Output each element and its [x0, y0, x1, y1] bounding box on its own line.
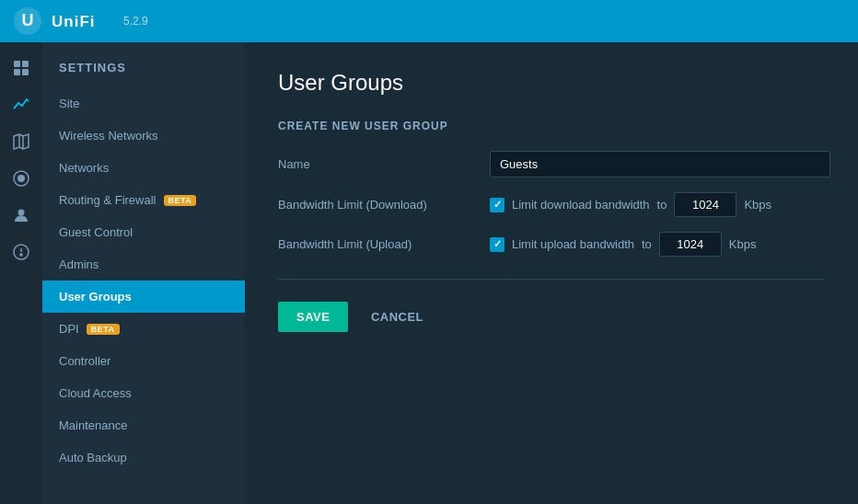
version-label: 5.2.9 [123, 15, 148, 28]
name-row: Name [278, 151, 825, 178]
topbar: U UniFi 5.2.9 [0, 0, 858, 42]
name-input[interactable] [490, 151, 830, 178]
section-header: CREATE NEW USER GROUP [278, 120, 825, 132]
bandwidth-upload-row: Bandwidth Limit (Upload) Limit upload ba… [278, 232, 825, 257]
sidebar-item-label: DPI [59, 322, 79, 336]
page-title: User Groups [278, 70, 825, 96]
nav-statistics[interactable] [5, 88, 38, 121]
sidebar-item-cloud-access[interactable]: Cloud Access [42, 377, 245, 409]
upload-checkbox[interactable] [490, 237, 504, 252]
bandwidth-upload-label: Bandwidth Limit (Upload) [278, 237, 490, 251]
svg-text:UniFi: UniFi [52, 13, 96, 30]
sidebar-item-label: User Groups [59, 290, 132, 304]
icon-nav [0, 42, 42, 504]
sidebar-title: SETTINGS [42, 52, 245, 87]
sidebar-item-label: Guest Control [59, 225, 133, 239]
sidebar-item-admins[interactable]: Admins [42, 248, 245, 281]
dpi-beta-badge: BETA [87, 324, 120, 335]
save-button[interactable]: SAVE [278, 302, 348, 332]
nav-map[interactable] [5, 125, 38, 158]
sidebar-item-dpi[interactable]: DPI BETA [42, 313, 245, 345]
upload-limit-label: Limit upload bandwidth [512, 237, 634, 251]
sidebar-item-routing-firewall[interactable]: Routing & Firewall BETA [42, 184, 245, 216]
sidebar-item-user-groups[interactable]: User Groups [42, 281, 245, 313]
name-label: Name [278, 157, 490, 171]
cancel-button[interactable]: CANCEL [362, 302, 433, 332]
action-buttons: SAVE CANCEL [278, 302, 825, 332]
sidebar-item-site[interactable]: Site [42, 87, 245, 120]
nav-devices[interactable] [5, 162, 38, 195]
sidebar: SETTINGS Site Wireless Networks Networks… [42, 42, 245, 504]
bandwidth-download-row: Bandwidth Limit (Download) Limit downloa… [278, 192, 825, 217]
sidebar-item-label: Controller [59, 354, 110, 368]
svg-rect-4 [22, 61, 29, 67]
svg-rect-6 [22, 69, 29, 75]
bandwidth-download-label: Bandwidth Limit (Download) [278, 198, 490, 212]
upload-to-label: to [642, 237, 652, 251]
sidebar-item-maintenance[interactable]: Maintenance [42, 409, 245, 441]
routing-firewall-beta-badge: BETA [164, 195, 197, 206]
form-divider [278, 279, 825, 280]
upload-value-input[interactable] [659, 232, 722, 257]
nav-dashboard[interactable] [5, 52, 38, 85]
svg-rect-5 [14, 69, 20, 75]
svg-rect-3 [14, 61, 20, 67]
logo-area: U UniFi 5.2.9 [13, 6, 148, 36]
download-to-label: to [657, 198, 667, 212]
unifi-logo: UniFi [52, 11, 107, 31]
download-value-input[interactable] [674, 192, 736, 217]
sidebar-item-guest-control[interactable]: Guest Control [42, 216, 245, 248]
sidebar-item-auto-backup[interactable]: Auto Backup [42, 441, 245, 474]
download-control-group: Limit download bandwidth to Kbps [490, 192, 771, 217]
nav-insights[interactable] [5, 235, 38, 269]
sidebar-item-label: Auto Backup [59, 451, 127, 464]
sidebar-item-label: Routing & Firewall [59, 193, 157, 207]
sidebar-item-label: Admins [59, 258, 99, 271]
download-checkbox[interactable] [490, 198, 504, 212]
svg-point-12 [18, 210, 25, 216]
sidebar-item-label: Site [59, 97, 79, 110]
svg-text:U: U [22, 11, 34, 29]
sidebar-item-networks[interactable]: Networks [42, 152, 245, 184]
name-control-group [490, 151, 830, 178]
upload-unit-label: Kbps [729, 237, 757, 251]
content-area: User Groups CREATE NEW USER GROUP Name B… [245, 42, 858, 504]
download-limit-label: Limit download bandwidth [512, 198, 650, 212]
main-layout: SETTINGS Site Wireless Networks Networks… [0, 42, 858, 504]
sidebar-item-wireless-networks[interactable]: Wireless Networks [42, 120, 245, 152]
nav-clients[interactable] [5, 199, 38, 232]
sidebar-item-label: Maintenance [59, 418, 127, 432]
upload-control-group: Limit upload bandwidth to Kbps [490, 232, 756, 257]
sidebar-item-label: Wireless Networks [59, 129, 158, 143]
sidebar-item-label: Networks [59, 161, 109, 175]
ubiquiti-icon: U [13, 6, 42, 36]
svg-point-10 [17, 175, 25, 182]
sidebar-item-label: Cloud Access [59, 386, 132, 400]
svg-point-15 [20, 254, 22, 256]
sidebar-item-controller[interactable]: Controller [42, 345, 245, 377]
download-unit-label: Kbps [744, 198, 771, 212]
svg-marker-7 [14, 134, 29, 149]
